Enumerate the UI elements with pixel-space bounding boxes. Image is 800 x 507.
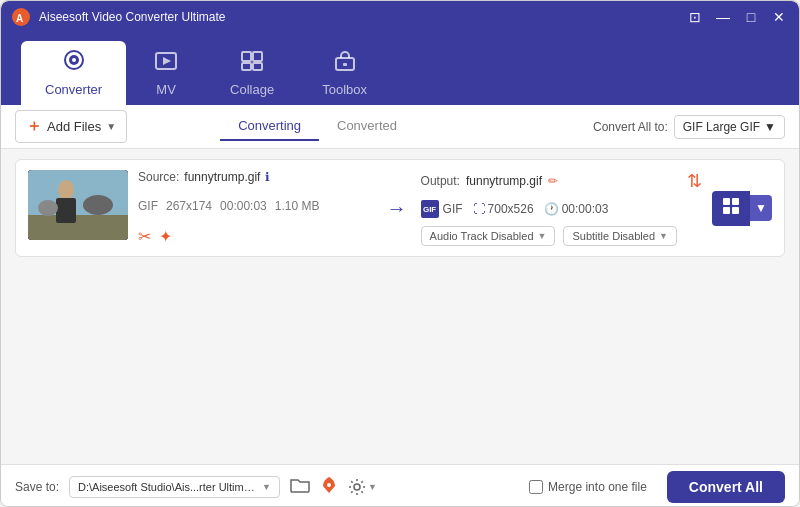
file-actions: ✂ ✦ xyxy=(138,227,373,246)
thumbnail-image xyxy=(28,170,128,240)
close-btn[interactable]: ✕ xyxy=(769,7,789,27)
svg-point-20 xyxy=(38,200,58,216)
minimize-btn[interactable]: — xyxy=(713,7,733,27)
cut-icon[interactable]: ✂ xyxy=(138,227,151,246)
save-path-value: D:\Aiseesoft Studio\Ais...rter Ultimate\… xyxy=(78,481,258,493)
tab-mv[interactable]: MV xyxy=(126,41,206,105)
file-source-row: Source: funnytrump.gif ℹ xyxy=(138,170,373,184)
clock-icon: 🕐 xyxy=(544,202,559,216)
plus-icon: ＋ xyxy=(26,116,42,137)
file-format: GIF xyxy=(138,199,158,213)
toolbar: ＋ Add Files ▼ Converting Converted Conve… xyxy=(1,105,799,149)
audio-track-arrow-icon: ▼ xyxy=(538,231,547,241)
mv-tab-label: MV xyxy=(156,82,176,97)
merge-checkbox[interactable] xyxy=(529,480,543,494)
convert-all-to: Convert All to: GIF Large GIF ▼ xyxy=(593,115,785,139)
convert-all-to-label: Convert All to: xyxy=(593,120,668,134)
output-format: GIF xyxy=(443,202,463,216)
subtitle-dropdown[interactable]: Subtitle Disabled ▼ xyxy=(563,226,676,246)
add-files-label: Add Files xyxy=(47,119,101,134)
file-convert-icon-button[interactable] xyxy=(712,191,750,226)
svg-point-26 xyxy=(354,484,360,490)
convert-all-button[interactable]: Convert All xyxy=(667,471,785,503)
tab-converted[interactable]: Converted xyxy=(319,112,415,141)
save-path-dropdown[interactable]: D:\Aiseesoft Studio\Ais...rter Ultimate\… xyxy=(69,476,280,498)
edit-icon[interactable]: ✏ xyxy=(548,174,558,188)
svg-rect-24 xyxy=(732,207,739,214)
svg-text:A: A xyxy=(16,13,23,24)
file-convert-button-group: ▼ xyxy=(712,170,772,246)
svg-rect-21 xyxy=(723,198,730,205)
swap-icon[interactable]: ⇅ xyxy=(687,170,702,192)
audio-track-label: Audio Track Disabled xyxy=(430,230,534,242)
converter-icon xyxy=(62,50,86,78)
convert-arrow: → xyxy=(383,170,411,246)
mv-icon xyxy=(154,50,178,78)
settings-arrow-icon: ▼ xyxy=(368,482,377,492)
source-label: Source: xyxy=(138,170,179,184)
info-icon[interactable]: ℹ xyxy=(265,170,270,184)
nav-bar: Converter MV Collage xyxy=(1,33,799,105)
file-convert-dropdown-button[interactable]: ▼ xyxy=(750,195,772,221)
restore-btn[interactable]: □ xyxy=(741,7,761,27)
subtitle-btn[interactable]: ⊡ xyxy=(685,7,705,27)
svg-point-4 xyxy=(72,58,76,62)
output-format-badge: GIF GIF xyxy=(421,200,463,218)
svg-rect-23 xyxy=(723,207,730,214)
output-row1: Output: funnytrump.gif ✏ ⇅ xyxy=(421,170,703,192)
app-title: Aiseesoft Video Converter Ultimate xyxy=(39,10,226,24)
merge-checkbox-group: Merge into one file xyxy=(529,480,647,494)
output-duration: 00:00:03 xyxy=(562,202,609,216)
add-files-button[interactable]: ＋ Add Files ▼ xyxy=(15,110,127,143)
merge-label: Merge into one file xyxy=(548,480,647,494)
source-filename: funnytrump.gif xyxy=(184,170,260,184)
tab-converting[interactable]: Converting xyxy=(220,112,319,141)
boost-button[interactable] xyxy=(320,476,338,498)
svg-rect-12 xyxy=(343,63,347,66)
toolbox-icon xyxy=(333,50,357,78)
content-area: Source: funnytrump.gif ℹ GIF 267x174 00:… xyxy=(1,149,799,464)
converting-tabs: Converting Converted xyxy=(220,112,415,141)
svg-rect-18 xyxy=(56,198,76,223)
format-arrow-icon: ▼ xyxy=(764,120,776,134)
file-thumbnail xyxy=(28,170,128,240)
svg-rect-22 xyxy=(732,198,739,205)
audio-track-dropdown[interactable]: Audio Track Disabled ▼ xyxy=(421,226,556,246)
output-row3: Audio Track Disabled ▼ Subtitle Disabled… xyxy=(421,226,703,246)
bottom-bar: Save to: D:\Aiseesoft Studio\Ais...rter … xyxy=(1,464,799,507)
open-folder-button[interactable] xyxy=(290,477,310,497)
output-time-box: 🕐 00:00:03 xyxy=(544,202,609,216)
settings-button[interactable]: ▼ xyxy=(348,478,377,496)
collage-icon xyxy=(240,50,264,78)
converter-tab-label: Converter xyxy=(45,82,102,97)
tab-converter[interactable]: Converter xyxy=(21,41,126,105)
tab-collage[interactable]: Collage xyxy=(206,41,298,105)
add-files-arrow-icon: ▼ xyxy=(106,121,116,132)
file-meta: GIF 267x174 00:00:03 1.10 MB xyxy=(138,199,373,213)
title-bar-controls: ⊡ — □ ✕ xyxy=(685,7,789,27)
toolbox-tab-label: Toolbox xyxy=(322,82,367,97)
collage-tab-label: Collage xyxy=(230,82,274,97)
file-item: Source: funnytrump.gif ℹ GIF 267x174 00:… xyxy=(15,159,785,257)
file-resolution: 267x174 xyxy=(166,199,212,213)
output-resolution: 700x526 xyxy=(488,202,534,216)
svg-rect-10 xyxy=(253,63,262,70)
tab-toolbox[interactable]: Toolbox xyxy=(298,41,391,105)
file-info: Source: funnytrump.gif ℹ GIF 267x174 00:… xyxy=(138,170,373,246)
subtitle-label: Subtitle Disabled xyxy=(572,230,655,242)
resize-icon: ⛶ xyxy=(473,202,485,216)
svg-rect-16 xyxy=(28,215,128,240)
format-select-dropdown[interactable]: GIF Large GIF ▼ xyxy=(674,115,785,139)
save-path-arrow-icon: ▼ xyxy=(262,482,271,492)
output-filename: funnytrump.gif xyxy=(466,174,542,188)
svg-rect-8 xyxy=(253,52,262,61)
format-value: GIF Large GIF xyxy=(683,120,760,134)
effects-icon[interactable]: ✦ xyxy=(159,227,172,246)
svg-rect-9 xyxy=(242,63,251,70)
file-duration: 00:00:03 xyxy=(220,199,267,213)
save-to-label: Save to: xyxy=(15,480,59,494)
svg-point-19 xyxy=(83,195,113,215)
svg-marker-6 xyxy=(163,57,171,65)
output-size-box: ⛶ 700x526 xyxy=(473,202,534,216)
svg-point-17 xyxy=(58,180,74,200)
